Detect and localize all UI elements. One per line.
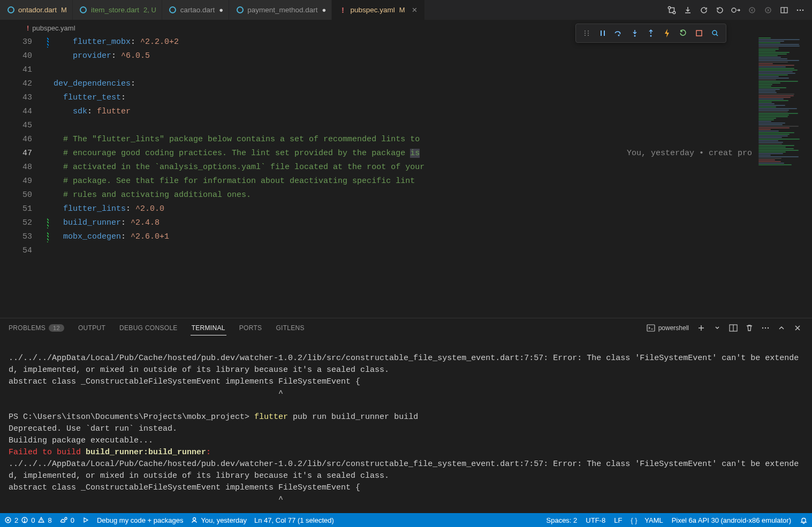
git-blame-codelens[interactable]: You, yesterday • creat pro bbox=[608, 147, 752, 161]
code-line: dev_dependencies: bbox=[44, 77, 757, 91]
split-editor-icon[interactable] bbox=[777, 3, 792, 18]
tab-ontador-dart[interactable]: ontador.dartM bbox=[0, 0, 73, 20]
line-gutter: 39404142434445464748495051525354 bbox=[0, 35, 44, 318]
minimap[interactable] bbox=[757, 35, 812, 318]
tab-label: item_store.dart bbox=[91, 6, 139, 14]
status-bar: 2 0 8 0 Debug my code + packages You, ye… bbox=[0, 513, 812, 527]
tabs-bar: ontador.dartMitem_store.dart2, Ucartao.d… bbox=[0, 0, 812, 20]
code-line bbox=[44, 244, 757, 258]
status-eol[interactable]: LF bbox=[614, 516, 622, 524]
tab-label: payment_method.dart bbox=[247, 6, 317, 14]
svg-point-18 bbox=[588, 33, 589, 34]
more-actions-icon[interactable] bbox=[793, 3, 808, 18]
status-device[interactable]: Pixel 6a API 30 (android-x86 emulator) bbox=[672, 516, 791, 524]
terminal-output[interactable]: ../../../AppData/Local/Pub/Cache/hosted/… bbox=[0, 338, 812, 513]
panel-tab-gitlens[interactable]: GITLENS bbox=[275, 321, 305, 335]
code-line bbox=[44, 63, 757, 77]
code-line bbox=[44, 119, 757, 133]
code-line: mobx_codegen: ^2.6.0+1 bbox=[44, 230, 757, 244]
tab-status: ● bbox=[322, 6, 327, 14]
svg-point-14 bbox=[585, 30, 586, 32]
tab-label: ontador.dart bbox=[18, 6, 57, 14]
close-panel-icon[interactable] bbox=[791, 321, 805, 335]
panel-tab-debug-console[interactable]: DEBUG CONSOLE bbox=[118, 321, 179, 335]
status-debug-config[interactable]: Debug my code + packages bbox=[97, 516, 184, 524]
svg-point-2 bbox=[170, 7, 176, 13]
status-language[interactable]: { } YAML bbox=[631, 516, 663, 524]
panel-tab-ports[interactable]: PORTS bbox=[238, 321, 263, 335]
svg-point-0 bbox=[8, 7, 14, 13]
status-problems[interactable]: 2 0 8 bbox=[4, 516, 52, 524]
compare-changes-icon[interactable] bbox=[664, 3, 679, 18]
panel-tab-output[interactable]: OUTPUT bbox=[77, 321, 107, 335]
svg-point-17 bbox=[588, 30, 589, 32]
restart-icon[interactable] bbox=[712, 3, 727, 18]
code-line: flutter_lints: ^2.0.0 bbox=[44, 202, 757, 216]
code-line: flutter_mobx: ^2.2.0+2 bbox=[44, 35, 757, 49]
code-area[interactable]: flutter_mobx: ^2.2.0+2 provider: ^6.0.5 … bbox=[44, 35, 757, 318]
svg-point-26 bbox=[712, 30, 717, 35]
code-editor[interactable]: 39404142434445464748495051525354 flutter… bbox=[0, 35, 757, 318]
dart-icon bbox=[6, 6, 15, 14]
svg-point-38 bbox=[65, 517, 67, 520]
yaml-icon: ! bbox=[338, 6, 347, 14]
breadcrumb[interactable]: ! pubspec.yaml bbox=[0, 20, 812, 35]
svg-point-5 bbox=[673, 11, 676, 14]
dart-icon bbox=[79, 6, 88, 14]
editor-actions bbox=[660, 0, 812, 20]
svg-point-4 bbox=[668, 6, 671, 9]
breadcrumb-file: pubspec.yaml bbox=[32, 24, 75, 32]
svg-rect-27 bbox=[647, 325, 655, 331]
run-last-icon[interactable] bbox=[728, 3, 743, 18]
download-icon[interactable] bbox=[680, 3, 695, 18]
refresh-icon[interactable] bbox=[696, 3, 711, 18]
kill-terminal-icon[interactable] bbox=[742, 321, 756, 335]
panel-tabs: PROBLEMS12OUTPUTDEBUG CONSOLETERMINALPOR… bbox=[0, 318, 812, 338]
panel-tab-problems[interactable]: PROBLEMS12 bbox=[7, 321, 65, 335]
status-selection[interactable]: Ln 47, Col 77 (1 selected) bbox=[254, 516, 334, 524]
code-line: provider: ^6.0.5 bbox=[44, 49, 757, 63]
dart-icon bbox=[169, 6, 177, 14]
svg-point-15 bbox=[585, 33, 586, 34]
tab-status: 2, U bbox=[143, 6, 156, 14]
tab-payment_method-dart[interactable]: payment_method.dart● bbox=[229, 0, 332, 20]
nav-back-icon[interactable] bbox=[745, 3, 760, 18]
svg-point-39 bbox=[193, 518, 196, 521]
status-indent[interactable]: Spaces: 2 bbox=[547, 516, 578, 524]
terminal-profile[interactable]: powershell bbox=[647, 324, 689, 332]
svg-point-6 bbox=[732, 8, 736, 12]
svg-point-11 bbox=[797, 9, 799, 11]
tab-label: pubspec.yaml bbox=[350, 6, 394, 14]
status-debug-start[interactable] bbox=[82, 516, 89, 524]
svg-point-36 bbox=[25, 521, 25, 522]
panel-actions: powershell bbox=[647, 321, 805, 335]
tab-status: M bbox=[61, 6, 67, 14]
terminal-dropdown-icon[interactable] bbox=[710, 321, 724, 335]
svg-point-13 bbox=[802, 9, 804, 11]
bottom-panel: PROBLEMS12OUTPUTDEBUG CONSOLETERMINALPOR… bbox=[0, 318, 812, 513]
tab-status: M bbox=[399, 6, 405, 14]
code-line: # encourage good coding practices. The l… bbox=[44, 147, 757, 161]
code-line: sdk: flutter bbox=[44, 105, 757, 119]
status-blame[interactable]: You, yesterday bbox=[191, 516, 247, 524]
maximize-panel-icon[interactable] bbox=[775, 321, 788, 335]
split-terminal-icon[interactable] bbox=[726, 321, 740, 335]
dart-icon bbox=[236, 6, 244, 14]
panel-tab-terminal[interactable]: TERMINAL bbox=[191, 321, 226, 335]
panel-more-icon[interactable] bbox=[758, 321, 772, 335]
new-terminal-icon[interactable] bbox=[694, 321, 708, 335]
close-tab-icon[interactable]: × bbox=[411, 6, 419, 14]
tab-item_store-dart[interactable]: item_store.dart2, U bbox=[73, 0, 162, 20]
tab-label: cartao.dart bbox=[180, 6, 215, 14]
tab-cartao-dart[interactable]: cartao.dart● bbox=[162, 0, 229, 20]
code-line: build_runner: ^2.4.8 bbox=[44, 216, 757, 230]
nav-fwd-icon[interactable] bbox=[761, 3, 776, 18]
status-live-share[interactable]: 0 bbox=[59, 516, 74, 524]
tab-pubspec-yaml[interactable]: !pubspec.yamlM× bbox=[332, 0, 424, 20]
code-line: # The "flutter_lints" package below cont… bbox=[44, 133, 757, 147]
svg-point-32 bbox=[768, 327, 769, 329]
status-encoding[interactable]: UTF-8 bbox=[586, 516, 605, 524]
problems-badge: 12 bbox=[49, 324, 64, 332]
tab-status: ● bbox=[219, 6, 223, 14]
status-notifications-icon[interactable] bbox=[800, 516, 808, 524]
